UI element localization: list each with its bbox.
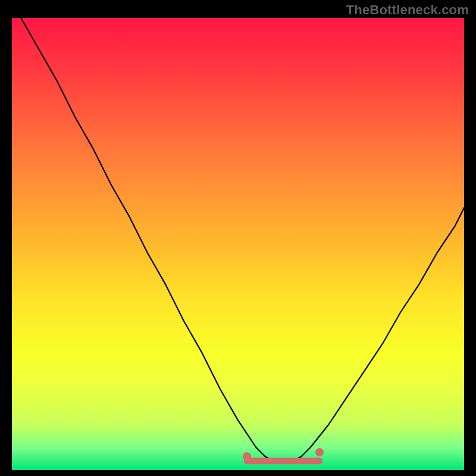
- plot-area: [12, 18, 464, 470]
- watermark-text: TheBottleneck.com: [346, 2, 469, 18]
- bottleneck-curve: [12, 18, 464, 470]
- chart-frame: TheBottleneck.com: [0, 0, 476, 476]
